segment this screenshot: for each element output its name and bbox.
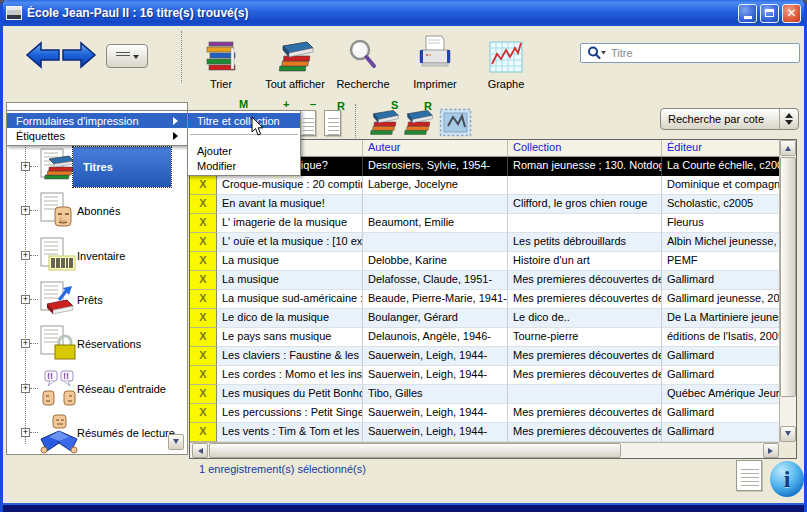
cell-titre[interactable]: En avant la musique!	[217, 195, 363, 214]
cell-auteur[interactable]: Boulanger, Gérard	[363, 309, 508, 328]
cell-auteur[interactable]: Beaude, Pierre-Marie, 1941-	[363, 290, 508, 309]
cell-collection[interactable]: Mes premieres découvertes de	[508, 366, 662, 385]
maximize-button[interactable]	[760, 4, 779, 23]
report-doc-icon[interactable]	[324, 110, 341, 136]
info-button[interactable]: i	[770, 461, 804, 497]
stamp-button[interactable]	[439, 108, 472, 141]
cell-collection[interactable]	[508, 385, 662, 404]
cell-mark[interactable]: X	[190, 328, 217, 347]
cell-mark[interactable]: X	[190, 233, 217, 252]
cell-collection[interactable]: Histoire d'un art	[508, 252, 662, 271]
cell-editeur[interactable]: PEMF	[662, 252, 779, 271]
column-header-auteur[interactable]: Auteur	[363, 140, 508, 156]
cell-titre[interactable]: La musique sud-américaine : C	[217, 290, 363, 309]
table-row[interactable]: X La musique Delafosse, Claude, 1951- Me…	[190, 271, 796, 290]
cell-collection[interactable]: Les petits débrouillards	[508, 233, 662, 252]
cell-editeur[interactable]: De La Martiniere jeuness	[662, 309, 779, 328]
cell-titre[interactable]: Le dico de la musique	[217, 309, 363, 328]
expand-icon[interactable]	[21, 162, 30, 171]
sort-button[interactable]: Trier	[195, 32, 247, 90]
cell-auteur[interactable]: Laberge, Jocelyne	[363, 176, 508, 195]
cell-titre[interactable]: L' imagerie de la musique	[217, 214, 363, 233]
graph-button[interactable]: Graphe	[480, 32, 532, 90]
expand-icon[interactable]	[21, 206, 30, 215]
cell-collection[interactable]	[508, 176, 662, 195]
cell-auteur[interactable]: Tibo, Gilles	[363, 385, 508, 404]
cell-titre[interactable]: La musique	[217, 252, 363, 271]
cell-titre[interactable]: La musique	[217, 271, 363, 290]
cell-mark[interactable]: X	[190, 271, 217, 290]
search-input[interactable]	[611, 45, 799, 61]
cell-mark[interactable]: X	[190, 347, 217, 366]
cell-titre[interactable]: L' ouïe et la musique : [10 exp	[217, 233, 363, 252]
cell-titre[interactable]: Les musiques du Petit Bonhom	[217, 385, 363, 404]
titles-s-button[interactable]	[367, 105, 400, 143]
vertical-scrollbar[interactable]	[779, 140, 796, 442]
cell-mark[interactable]: X	[190, 385, 217, 404]
sidebar-item[interactable]: Résumés de lecture	[7, 411, 187, 455]
cell-collection[interactable]: Mes premieres découvertes de	[508, 290, 662, 309]
table-row[interactable]: X L' ouïe et la musique : [10 exp Les pe…	[190, 233, 796, 252]
cell-editeur[interactable]: Scholastic, c2005	[662, 195, 779, 214]
sidebar-item[interactable]: Titres	[7, 145, 187, 189]
cell-auteur[interactable]: Sauerwein, Leigh, 1944-	[363, 347, 508, 366]
sidebar-item[interactable]: !! !! Réseau d'entraide	[7, 367, 187, 411]
submenu-item-ajouter[interactable]: Ajouter	[188, 143, 300, 158]
search-button[interactable]: Recherche	[332, 32, 394, 90]
cell-editeur[interactable]: Québec Amérique Jeunes	[662, 385, 779, 404]
column-header-editeur[interactable]: Éditeur	[662, 140, 779, 156]
cell-editeur[interactable]: La Courte échelle, c2004	[662, 157, 779, 176]
expand-icon[interactable]	[21, 428, 30, 437]
submenu-item-modifier[interactable]: Modifier	[188, 158, 300, 173]
cell-mark[interactable]: X	[190, 214, 217, 233]
menu-item-etiquettes[interactable]: Étiquettes	[7, 128, 188, 143]
scroll-left-button[interactable]	[192, 443, 208, 458]
cell-auteur[interactable]: Sauerwein, Leigh, 1944-	[363, 366, 508, 385]
forward-button[interactable]	[61, 40, 97, 74]
search-mode-dropdown[interactable]: Recherche par cote	[660, 108, 799, 130]
print-button[interactable]: Imprimer	[406, 32, 464, 90]
cell-mark[interactable]: X	[190, 366, 217, 385]
cell-editeur[interactable]: Gallimard jeunesse, 2004	[662, 290, 779, 309]
horizontal-scroll-thumb[interactable]	[209, 443, 621, 458]
cell-collection[interactable]: Tourne-pierre	[508, 328, 662, 347]
cell-auteur[interactable]: Delaunois, Angèle, 1946-	[363, 328, 508, 347]
cell-mark[interactable]: X	[190, 404, 217, 423]
cell-editeur[interactable]: éditions de l'Isatis, 2005	[662, 328, 779, 347]
cell-titre[interactable]: Le pays sans musique	[217, 328, 363, 347]
expand-icon[interactable]	[21, 251, 30, 260]
cell-editeur[interactable]: Gallimard	[662, 347, 779, 366]
cell-collection[interactable]: Mes premieres découvertes de	[508, 423, 662, 442]
cell-auteur[interactable]	[363, 233, 508, 252]
cell-editeur[interactable]: Gallimard	[662, 271, 779, 290]
column-header-collection[interactable]: Collection	[508, 140, 662, 156]
view-options-button[interactable]	[106, 44, 148, 68]
cell-collection[interactable]: Mes premieres découvertes de	[508, 347, 662, 366]
record-list-button[interactable]	[736, 460, 762, 491]
submenu-item-titre-et-collection[interactable]: Titre et collection	[188, 113, 300, 128]
expand-icon[interactable]	[21, 384, 30, 393]
cell-titre[interactable]: Les claviers : Faustine & les o	[217, 347, 363, 366]
cell-editeur[interactable]: Dominique et compagnie	[662, 176, 779, 195]
cell-titre[interactable]: Croque-musique : 20 comptines	[217, 176, 363, 195]
table-row[interactable]: X L' imagerie de la musique Beaumont, Em…	[190, 214, 796, 233]
scroll-down-button[interactable]	[780, 426, 796, 442]
search-field[interactable]	[580, 43, 800, 63]
cell-collection[interactable]: Clifford, le gros chien rouge	[508, 195, 662, 214]
table-row[interactable]: X Les claviers : Faustine & les o Sauerw…	[190, 347, 796, 366]
cell-editeur[interactable]: Gallimard	[662, 423, 779, 442]
close-button[interactable]: ✕	[782, 4, 801, 23]
cell-auteur[interactable]: Beaumont, Emilie	[363, 214, 508, 233]
scroll-up-button[interactable]	[780, 140, 796, 156]
table-row[interactable]: X Les cordes : Momo et les instr Sauerwe…	[190, 366, 796, 385]
cell-auteur[interactable]: Sauerwein, Leigh, 1944-	[363, 423, 508, 442]
cell-collection[interactable]: Roman jeunesse ; 130. Notdog	[508, 157, 662, 176]
cell-mark[interactable]: X	[190, 195, 217, 214]
cell-auteur[interactable]: Delobbe, Karine	[363, 252, 508, 271]
cell-mark[interactable]: X	[190, 176, 217, 195]
minimize-button[interactable]	[738, 4, 757, 23]
cell-editeur[interactable]: Gallimard	[662, 404, 779, 423]
cell-titre[interactable]: Les percussions : Petit Singe e	[217, 404, 363, 423]
table-row[interactable]: X Les percussions : Petit Singe e Sauerw…	[190, 404, 796, 423]
expand-icon[interactable]	[21, 339, 30, 348]
